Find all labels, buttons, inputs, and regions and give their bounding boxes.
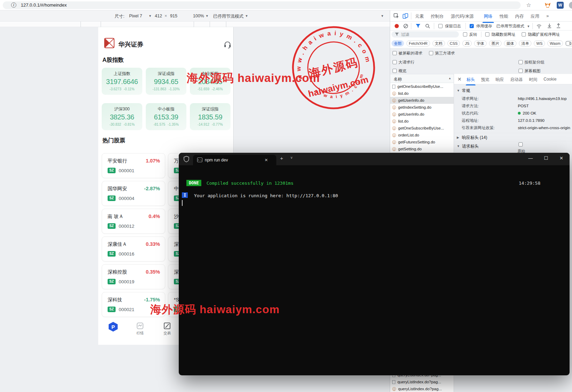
third-party-checkbox[interactable] — [429, 51, 433, 55]
disable-cache-checkbox[interactable] — [470, 24, 474, 28]
index-card[interactable]: 中小板指 6153.39 -81.575 -1.35% — [146, 103, 186, 130]
group-by-frame-checkbox[interactable] — [519, 60, 523, 64]
viewport-width[interactable]: 412 — [155, 14, 162, 18]
terminal-tab[interactable]: npm run dev ✕ — [193, 155, 276, 165]
device-caret-icon[interactable]: ▼ — [149, 14, 152, 18]
request-headers-label[interactable]: 请求标头 — [462, 143, 479, 149]
throttling-select[interactable]: 已停用节流模式 — [496, 24, 524, 29]
preserve-log-checkbox[interactable] — [438, 24, 443, 28]
filter-input[interactable]: 过滤 — [392, 31, 459, 37]
device-select[interactable]: Pixel 7 — [129, 14, 142, 18]
throttle-caret-icon[interactable]: ▼ — [245, 14, 248, 18]
disable-cache-label[interactable]: 停用缓存 — [476, 24, 492, 29]
resource-type-chip[interactable]: 字体 — [474, 40, 487, 47]
third-party-label[interactable]: 第三方请求 — [435, 51, 455, 56]
resource-type-chip[interactable]: Fetch/XHR — [406, 40, 430, 47]
resource-type-chip[interactable]: CSS — [447, 40, 460, 47]
request-row[interactable]: getOneSubscribeByUse... — [390, 83, 454, 90]
terminal-output[interactable]: DONE Compiled successfully in 12301ms 14… — [179, 165, 570, 375]
nav-trade-icon[interactable] — [164, 323, 170, 329]
stock-card[interactable]: 南 玻Ａ 0.4% SZ 000012 — [102, 209, 165, 234]
response-headers-expand-icon[interactable]: ▶ — [457, 136, 459, 139]
screenshots-label[interactable]: 屏幕截图 — [524, 68, 540, 74]
stock-card[interactable]: 深科技 -1.75% SZ 000021 — [102, 292, 165, 317]
blocked-requests-checkbox[interactable] — [393, 51, 397, 55]
site-info-icon[interactable]: i — [11, 2, 16, 8]
zoom-select[interactable]: 100% — [193, 14, 204, 18]
detail-tab[interactable]: Cookie — [544, 77, 556, 82]
resource-type-chip[interactable]: 清单 — [519, 40, 531, 47]
devtools-tab[interactable]: 控制台 — [431, 14, 444, 19]
viewport-height[interactable]: 915 — [170, 14, 177, 18]
throttle-select[interactable]: 已停用节流模式 — [213, 14, 244, 19]
preserve-log-label[interactable]: 保留日志 — [445, 24, 461, 29]
clipped-extension-icon[interactable] — [569, 2, 572, 9]
tab-dropdown-icon[interactable]: ˅ — [291, 156, 293, 160]
terminal-window[interactable]: npm run dev ✕ + ˅ — ☐ ✕ DONE Compiled su… — [179, 153, 570, 375]
minimize-icon[interactable]: — — [528, 156, 533, 161]
invert-label[interactable]: 反转 — [469, 32, 477, 37]
request-row[interactable]: getSetting.do — [390, 145, 454, 152]
resource-type-chip[interactable]: 文档 — [432, 40, 445, 47]
maximize-icon[interactable]: ☐ — [544, 156, 548, 161]
resource-type-chip[interactable]: 全部 — [392, 40, 404, 47]
blocked-requests-checkbox-clipped[interactable] — [566, 41, 570, 45]
hide-extension-urls-checkbox[interactable] — [522, 32, 526, 36]
index-card[interactable]: 创业板指 2034.55 -51.659 -2.46% — [190, 68, 230, 95]
customer-service-icon[interactable] — [224, 41, 232, 49]
request-row[interactable]: getUserInfo.do — [390, 111, 454, 118]
zoom-caret-icon[interactable]: ▼ — [205, 14, 209, 18]
detail-tab[interactable]: 响应 — [496, 77, 504, 83]
toolbar-more-caret-icon[interactable]: ▼ — [381, 14, 384, 18]
filter-icon[interactable] — [416, 24, 420, 28]
resource-type-chip[interactable]: 媒体 — [504, 40, 516, 47]
close-tab-icon[interactable]: ✕ — [264, 158, 268, 162]
request-row[interactable]: getUserInfo.do — [390, 97, 454, 104]
raw-headers-checkbox[interactable] — [519, 142, 523, 147]
stock-card[interactable]: 国华网安 -2.87% SZ 000004 — [102, 181, 165, 206]
index-card[interactable]: 上证指数 3197.6646 -3.6273 -0.11% — [102, 68, 142, 95]
stock-card[interactable]: 深康佳Ａ 0.33% SZ 000016 — [102, 236, 165, 261]
invert-checkbox[interactable] — [463, 32, 467, 36]
more-tabs-chevron[interactable]: » — [546, 13, 549, 18]
import-har-icon[interactable] — [547, 23, 552, 29]
detail-tab[interactable]: 预览 — [481, 77, 489, 83]
devtools-tab[interactable]: 源代码/来源 — [451, 14, 474, 19]
word-extension-icon[interactable]: W — [557, 2, 564, 9]
request-row[interactable]: queryListIndex.do?pag... — [390, 378, 454, 385]
resource-type-chip[interactable]: JS — [462, 40, 472, 47]
devtools-tab[interactable]: 网络 — [484, 14, 493, 19]
devtools-tab[interactable]: 内存 — [515, 14, 524, 19]
nav-quotes-label[interactable]: 行情 — [136, 331, 144, 336]
index-card[interactable]: 深证综指 1835.59 -14.912 -0.77% — [190, 103, 230, 130]
close-window-icon[interactable]: ✕ — [560, 156, 563, 161]
name-column-header[interactable]: 名称 ▲ — [390, 74, 454, 83]
index-card[interactable]: 沪深300 3825.36 -30.832 -0.81% — [102, 103, 142, 130]
general-collapse-icon[interactable]: ▼ — [457, 89, 460, 92]
resource-type-chip[interactable]: 图片 — [489, 40, 502, 47]
inspect-element-icon[interactable] — [394, 13, 399, 19]
search-icon[interactable] — [425, 24, 430, 28]
hide-data-urls-label[interactable]: 隐藏数据网址 — [491, 32, 515, 37]
group-by-frame-label[interactable]: 按框架分组 — [524, 60, 545, 65]
big-request-rows-checkbox[interactable] — [393, 60, 397, 64]
hide-extension-urls-label[interactable]: 隐藏扩展程序网址 — [528, 32, 560, 37]
resource-type-chip[interactable]: WS — [534, 40, 545, 47]
general-section-label[interactable]: 常规 — [462, 88, 470, 94]
stock-card[interactable]: 平安银行 1.07% SZ 000001 — [102, 153, 165, 178]
request-row[interactable]: orderList.do — [390, 132, 454, 139]
nav-quotes-icon[interactable] — [137, 323, 143, 329]
request-headers-collapse-icon[interactable]: ▼ — [457, 144, 460, 148]
index-card[interactable]: 深证成指 9934.65 -131.863 -1.33% — [146, 68, 186, 95]
request-row[interactable]: list.do — [390, 118, 454, 125]
address-bar[interactable] — [3, 1, 521, 9]
request-row[interactable]: list.do — [390, 90, 454, 97]
detail-tab[interactable]: 启动器 — [510, 77, 523, 83]
nav-trade-label[interactable]: 交易 — [163, 331, 171, 336]
bookmark-star-icon[interactable]: ☆ — [526, 2, 531, 8]
export-har-icon[interactable] — [556, 23, 561, 29]
request-row[interactable]: queryListIndex.do?pag... — [390, 385, 454, 392]
new-tab-icon[interactable]: + — [280, 155, 283, 161]
detail-tab[interactable]: 时间 — [529, 77, 537, 83]
clear-network-log-icon[interactable] — [403, 24, 408, 28]
